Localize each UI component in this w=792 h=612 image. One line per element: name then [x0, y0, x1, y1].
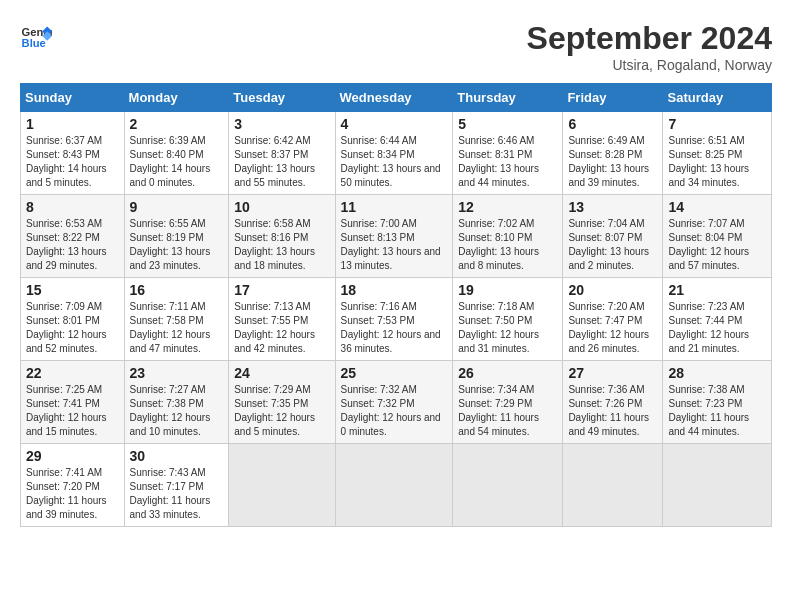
- day-info: Sunrise: 7:43 AM Sunset: 7:17 PM Dayligh…: [130, 466, 224, 522]
- day-number: 7: [668, 116, 766, 132]
- calendar-week-row: 29Sunrise: 7:41 AM Sunset: 7:20 PM Dayli…: [21, 444, 772, 527]
- day-info: Sunrise: 7:16 AM Sunset: 7:53 PM Dayligh…: [341, 300, 448, 356]
- calendar-day-cell: 21Sunrise: 7:23 AM Sunset: 7:44 PM Dayli…: [663, 278, 772, 361]
- calendar-day-cell: 8Sunrise: 6:53 AM Sunset: 8:22 PM Daylig…: [21, 195, 125, 278]
- calendar-week-row: 22Sunrise: 7:25 AM Sunset: 7:41 PM Dayli…: [21, 361, 772, 444]
- day-number: 24: [234, 365, 329, 381]
- day-number: 16: [130, 282, 224, 298]
- day-number: 1: [26, 116, 119, 132]
- day-number: 26: [458, 365, 557, 381]
- weekday-header-row: SundayMondayTuesdayWednesdayThursdayFrid…: [21, 84, 772, 112]
- day-number: 27: [568, 365, 657, 381]
- logo-icon: General Blue: [20, 20, 52, 52]
- day-number: 11: [341, 199, 448, 215]
- day-number: 13: [568, 199, 657, 215]
- calendar-day-cell: 10Sunrise: 6:58 AM Sunset: 8:16 PM Dayli…: [229, 195, 335, 278]
- weekday-header-friday: Friday: [563, 84, 663, 112]
- day-info: Sunrise: 7:04 AM Sunset: 8:07 PM Dayligh…: [568, 217, 657, 273]
- calendar-day-cell: 11Sunrise: 7:00 AM Sunset: 8:13 PM Dayli…: [335, 195, 453, 278]
- day-info: Sunrise: 7:41 AM Sunset: 7:20 PM Dayligh…: [26, 466, 119, 522]
- day-info: Sunrise: 6:58 AM Sunset: 8:16 PM Dayligh…: [234, 217, 329, 273]
- calendar-day-cell: [663, 444, 772, 527]
- day-info: Sunrise: 7:07 AM Sunset: 8:04 PM Dayligh…: [668, 217, 766, 273]
- calendar-day-cell: 13Sunrise: 7:04 AM Sunset: 8:07 PM Dayli…: [563, 195, 663, 278]
- calendar-day-cell: 25Sunrise: 7:32 AM Sunset: 7:32 PM Dayli…: [335, 361, 453, 444]
- day-info: Sunrise: 7:38 AM Sunset: 7:23 PM Dayligh…: [668, 383, 766, 439]
- day-number: 17: [234, 282, 329, 298]
- day-info: Sunrise: 6:49 AM Sunset: 8:28 PM Dayligh…: [568, 134, 657, 190]
- day-info: Sunrise: 7:34 AM Sunset: 7:29 PM Dayligh…: [458, 383, 557, 439]
- location: Utsira, Rogaland, Norway: [527, 57, 772, 73]
- calendar-day-cell: 2Sunrise: 6:39 AM Sunset: 8:40 PM Daylig…: [124, 112, 229, 195]
- calendar-table: SundayMondayTuesdayWednesdayThursdayFrid…: [20, 83, 772, 527]
- calendar-day-cell: 30Sunrise: 7:43 AM Sunset: 7:17 PM Dayli…: [124, 444, 229, 527]
- svg-text:Blue: Blue: [22, 37, 46, 49]
- day-number: 18: [341, 282, 448, 298]
- calendar-day-cell: [229, 444, 335, 527]
- calendar-day-cell: 16Sunrise: 7:11 AM Sunset: 7:58 PM Dayli…: [124, 278, 229, 361]
- weekday-header-saturday: Saturday: [663, 84, 772, 112]
- day-number: 20: [568, 282, 657, 298]
- weekday-header-sunday: Sunday: [21, 84, 125, 112]
- day-number: 3: [234, 116, 329, 132]
- day-number: 15: [26, 282, 119, 298]
- calendar-day-cell: 12Sunrise: 7:02 AM Sunset: 8:10 PM Dayli…: [453, 195, 563, 278]
- calendar-day-cell: 3Sunrise: 6:42 AM Sunset: 8:37 PM Daylig…: [229, 112, 335, 195]
- day-info: Sunrise: 7:29 AM Sunset: 7:35 PM Dayligh…: [234, 383, 329, 439]
- day-info: Sunrise: 7:36 AM Sunset: 7:26 PM Dayligh…: [568, 383, 657, 439]
- calendar-day-cell: [563, 444, 663, 527]
- calendar-day-cell: 7Sunrise: 6:51 AM Sunset: 8:25 PM Daylig…: [663, 112, 772, 195]
- day-number: 6: [568, 116, 657, 132]
- day-info: Sunrise: 6:42 AM Sunset: 8:37 PM Dayligh…: [234, 134, 329, 190]
- day-info: Sunrise: 7:20 AM Sunset: 7:47 PM Dayligh…: [568, 300, 657, 356]
- weekday-header-wednesday: Wednesday: [335, 84, 453, 112]
- calendar-day-cell: [453, 444, 563, 527]
- calendar-day-cell: 23Sunrise: 7:27 AM Sunset: 7:38 PM Dayli…: [124, 361, 229, 444]
- day-number: 25: [341, 365, 448, 381]
- day-number: 23: [130, 365, 224, 381]
- day-info: Sunrise: 6:37 AM Sunset: 8:43 PM Dayligh…: [26, 134, 119, 190]
- title-section: September 2024 Utsira, Rogaland, Norway: [527, 20, 772, 73]
- calendar-week-row: 1Sunrise: 6:37 AM Sunset: 8:43 PM Daylig…: [21, 112, 772, 195]
- calendar-day-cell: 15Sunrise: 7:09 AM Sunset: 8:01 PM Dayli…: [21, 278, 125, 361]
- day-info: Sunrise: 7:23 AM Sunset: 7:44 PM Dayligh…: [668, 300, 766, 356]
- day-info: Sunrise: 6:53 AM Sunset: 8:22 PM Dayligh…: [26, 217, 119, 273]
- day-number: 21: [668, 282, 766, 298]
- day-number: 4: [341, 116, 448, 132]
- calendar-day-cell: 17Sunrise: 7:13 AM Sunset: 7:55 PM Dayli…: [229, 278, 335, 361]
- calendar-day-cell: 18Sunrise: 7:16 AM Sunset: 7:53 PM Dayli…: [335, 278, 453, 361]
- day-info: Sunrise: 7:09 AM Sunset: 8:01 PM Dayligh…: [26, 300, 119, 356]
- calendar-day-cell: 6Sunrise: 6:49 AM Sunset: 8:28 PM Daylig…: [563, 112, 663, 195]
- calendar-day-cell: 26Sunrise: 7:34 AM Sunset: 7:29 PM Dayli…: [453, 361, 563, 444]
- day-number: 10: [234, 199, 329, 215]
- day-info: Sunrise: 7:13 AM Sunset: 7:55 PM Dayligh…: [234, 300, 329, 356]
- calendar-day-cell: 14Sunrise: 7:07 AM Sunset: 8:04 PM Dayli…: [663, 195, 772, 278]
- page-header: General Blue September 2024 Utsira, Roga…: [20, 20, 772, 73]
- day-info: Sunrise: 6:51 AM Sunset: 8:25 PM Dayligh…: [668, 134, 766, 190]
- day-info: Sunrise: 7:18 AM Sunset: 7:50 PM Dayligh…: [458, 300, 557, 356]
- calendar-day-cell: 24Sunrise: 7:29 AM Sunset: 7:35 PM Dayli…: [229, 361, 335, 444]
- day-info: Sunrise: 6:46 AM Sunset: 8:31 PM Dayligh…: [458, 134, 557, 190]
- month-title: September 2024: [527, 20, 772, 57]
- day-info: Sunrise: 6:55 AM Sunset: 8:19 PM Dayligh…: [130, 217, 224, 273]
- day-info: Sunrise: 7:11 AM Sunset: 7:58 PM Dayligh…: [130, 300, 224, 356]
- calendar-day-cell: 20Sunrise: 7:20 AM Sunset: 7:47 PM Dayli…: [563, 278, 663, 361]
- calendar-day-cell: 9Sunrise: 6:55 AM Sunset: 8:19 PM Daylig…: [124, 195, 229, 278]
- day-number: 19: [458, 282, 557, 298]
- day-number: 22: [26, 365, 119, 381]
- calendar-week-row: 8Sunrise: 6:53 AM Sunset: 8:22 PM Daylig…: [21, 195, 772, 278]
- day-number: 12: [458, 199, 557, 215]
- calendar-day-cell: 22Sunrise: 7:25 AM Sunset: 7:41 PM Dayli…: [21, 361, 125, 444]
- day-number: 29: [26, 448, 119, 464]
- calendar-day-cell: 29Sunrise: 7:41 AM Sunset: 7:20 PM Dayli…: [21, 444, 125, 527]
- calendar-day-cell: 19Sunrise: 7:18 AM Sunset: 7:50 PM Dayli…: [453, 278, 563, 361]
- calendar-day-cell: 4Sunrise: 6:44 AM Sunset: 8:34 PM Daylig…: [335, 112, 453, 195]
- day-number: 2: [130, 116, 224, 132]
- day-number: 14: [668, 199, 766, 215]
- day-info: Sunrise: 6:44 AM Sunset: 8:34 PM Dayligh…: [341, 134, 448, 190]
- day-info: Sunrise: 6:39 AM Sunset: 8:40 PM Dayligh…: [130, 134, 224, 190]
- day-info: Sunrise: 7:02 AM Sunset: 8:10 PM Dayligh…: [458, 217, 557, 273]
- calendar-week-row: 15Sunrise: 7:09 AM Sunset: 8:01 PM Dayli…: [21, 278, 772, 361]
- weekday-header-monday: Monday: [124, 84, 229, 112]
- day-info: Sunrise: 7:00 AM Sunset: 8:13 PM Dayligh…: [341, 217, 448, 273]
